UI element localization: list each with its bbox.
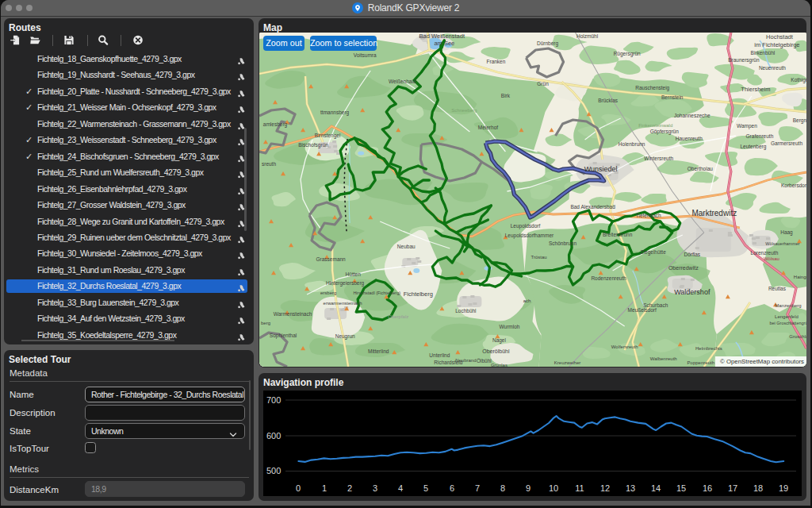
svg-text:Voitsumra: Voitsumra [354,52,377,58]
svg-text:10: 10 [549,483,558,493]
svg-text:Marktredwitz: Marktredwitz [691,209,737,217]
svg-text:Obertholau: Obertholau [688,166,714,171]
svg-text:Holzmühl: Holzmühl [576,33,599,39]
svg-text:Helmbrechts: Helmbrechts [695,346,722,351]
svg-text:Dürnberg: Dürnberg [537,40,559,47]
svg-text:Grafenreuth: Grafenreuth [746,133,774,139]
svg-text:Wampen: Wampen [737,123,757,129]
svg-text:Reutlas: Reutlas [768,286,787,291]
svg-text:Nagel: Nagel [492,337,507,344]
svg-text:Birk: Birk [501,93,511,98]
svg-text:Bad Weißenstadt: Bad Weißenstadt [419,33,465,40]
svg-text:4: 4 [398,483,403,493]
svg-text:Schönbrunn: Schönbrunn [549,241,576,246]
svg-text:14: 14 [651,483,661,493]
svg-text:Tiefenbach: Tiefenbach [636,213,661,218]
svg-text:Haag: Haag [780,229,793,236]
svg-text:Bergnersr: Bergnersr [793,117,806,124]
svg-text:11: 11 [575,483,584,493]
svg-text:Thiersheim: Thiersheim [741,86,770,93]
svg-text:Waldershof: Waldershof [674,288,710,296]
svg-text:ach: ach [523,298,531,303]
svg-text:1: 1 [322,483,327,493]
svg-text:Hochstadt: Hochstadt [766,33,794,40]
svg-text:Manzenberg: Manzenberg [775,303,801,308]
svg-text:Leutenberg: Leutenberg [740,144,766,150]
svg-text:Birkenbühl: Birkenbühl [751,50,776,56]
svg-text:Finkensteinwald: Finkensteinwald [638,123,672,128]
svg-text:Warmensteinach: Warmensteinach [274,311,312,317]
svg-text:Hütten: Hütten [346,271,362,277]
svg-text:Meußelsdorf: Meußelsdorf [628,307,657,313]
svg-text:Kreuzweiher: Kreuzweiher [554,360,580,365]
svg-text:Braunersgrün: Braunersgrün [728,57,760,64]
svg-text:Walbenreuth: Walbenreuth [650,356,677,361]
svg-text:600: 600 [266,431,281,441]
svg-text:Bad Alexandersbad: Bad Alexandersbad [570,204,615,210]
svg-text:Poppenreuth: Poppenreuth [688,360,714,365]
svg-text:Breitenbrunn: Breitenbrunn [603,232,633,237]
svg-text:Haingrün: Haingrün [794,275,806,279]
svg-text:Lorenzreuth: Lorenzreuth [751,250,779,256]
svg-text:Lochbühl: Lochbühl [455,308,477,314]
svg-text:Brücklas: Brücklas [598,98,619,103]
svg-text:Garmersreuth: Garmersreuth [771,140,803,146]
svg-text:Rügersgrün: Rügersgrün [614,51,641,57]
svg-text:Holenbrunn: Holenbrunn [619,141,645,147]
svg-text:Ziegelhütte: Ziegelhütte [641,249,667,256]
svg-text:Leupoldsdorfhammer: Leupoldsdorfhammer [505,233,554,239]
svg-text:0: 0 [296,483,301,493]
svg-text:Weißenhaid: Weißenhaid [389,79,416,84]
svg-text:Tröstau: Tröstau [530,255,546,260]
svg-text:Birnstengel: Birnstengel [315,133,341,139]
svg-text:amlesberg: amlesberg [263,121,288,128]
svg-text:erwarmensteinach: erwarmensteinach [324,301,362,306]
svg-text:500: 500 [266,466,281,475]
svg-text:Unterlind: Unterlind [429,352,450,358]
svg-text:Grassemann: Grassemann [316,256,347,262]
svg-text:ersberg: ersberg [320,291,336,295]
svg-text:berg: berg [261,321,270,325]
svg-text:Grünlas: Grünlas [491,363,508,367]
svg-text:ttmannsberg: ttmannsberg [320,110,350,116]
svg-text:Meierhof: Meierhof [478,125,499,130]
svg-text:Hintergeiersberg: Hintergeiersberg [326,280,364,287]
svg-text:3: 3 [373,483,377,493]
svg-text:sreuth: sreuth [262,161,276,167]
svg-text:2: 2 [347,483,352,493]
svg-text:9: 9 [526,483,530,493]
svg-text:am See: am See [434,40,454,47]
svg-text:Rodenzenreuth: Rodenzenreuth [591,275,626,281]
svg-text:16: 16 [703,483,712,493]
svg-text:Oberpfalz: Oberpfalz [388,314,408,319]
svg-text:im Fichtelgebirge: im Fichtelgebirge [754,41,799,48]
svg-text:Wurmloh: Wurmloh [500,324,520,329]
svg-text:Kothigenb: Kothigenb [791,77,806,83]
svg-text:12: 12 [600,483,610,493]
svg-text:Korbersdorf: Korbersdorf [781,183,806,188]
svg-text:Wintersreuth: Wintersreuth [644,156,673,161]
svg-text:7: 7 [475,483,480,493]
svg-text:Neubau: Neubau [397,244,416,249]
svg-text:Neubrand: Neubrand [455,358,476,363]
svg-text:Sophienthal: Sophienthal [270,333,297,339]
svg-text:17: 17 [728,483,737,493]
svg-text:Grün: Grün [537,81,549,87]
svg-text:18: 18 [753,483,763,493]
svg-text:Johanneszeche: Johanneszeche [674,113,710,118]
svg-text:Fichtelberg: Fichtelberg [404,291,433,298]
svg-text:Leupoldsdorf: Leupoldsdorf [511,223,541,229]
svg-text:Neuenreuth: Neuenreuth [759,65,786,71]
svg-text:Ölbühl: Ölbühl [477,358,492,364]
svg-text:bei Groschlattengrün: bei Groschlattengrün [769,321,806,325]
svg-text:Schneeberg: Schneeberg [451,108,477,113]
svg-text:Wolfersreuth: Wolfersreuth [611,344,638,349]
svg-text:Groschlatteng: Groschlatteng [789,334,806,339]
svg-text:Hirschstadl (Fichtelberg): Hirschstadl (Fichtelberg) [353,291,400,295]
svg-text:Dörflas: Dörflas [684,252,700,257]
svg-text:Franken: Franken [486,59,505,64]
svg-text:Mitterlind: Mitterlind [368,348,389,354]
svg-text:Oberölbühl: Oberölbühl [482,348,510,354]
svg-text:Neugrun: Neugrun [335,333,355,340]
svg-text:Wölsauerhammer: Wölsauerhammer [765,241,800,246]
